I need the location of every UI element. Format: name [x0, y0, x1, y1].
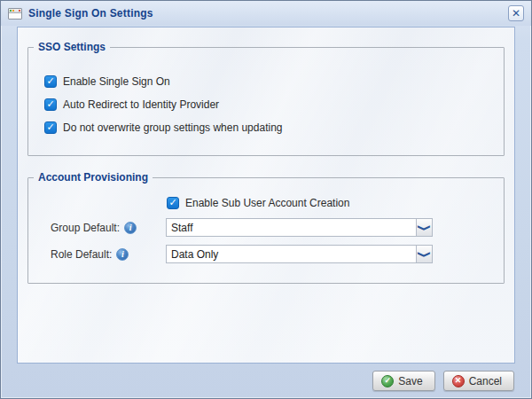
- chevron-down-icon: ❯: [418, 223, 430, 231]
- role-default-label: Role Default:: [51, 248, 112, 261]
- chevron-down-icon: ❯: [418, 250, 430, 257]
- close-button[interactable]: ✕: [508, 5, 524, 21]
- select-value: Data Only: [167, 248, 416, 261]
- select-trigger[interactable]: ❯: [416, 246, 432, 262]
- checkbox-label: Enable Sub User Account Creation: [185, 197, 349, 209]
- cancel-x-icon: ✕: [452, 375, 465, 387]
- dialog-body: SSO Settings ✓ Enable Single Sign On ✓ A…: [17, 27, 515, 364]
- role-default-row: Role Default: i Data Only ❯: [28, 245, 504, 263]
- checkbox-row-sub-user-creation[interactable]: ✓ Enable Sub User Account Creation: [167, 196, 504, 209]
- save-button[interactable]: ✓ Save: [372, 371, 434, 391]
- checkbox-checked-icon[interactable]: ✓: [44, 121, 57, 134]
- sso-settings-dialog: Single Sign On Settings ✕ SSO Settings ✓…: [0, 0, 532, 399]
- cancel-button[interactable]: ✕ Cancel: [443, 371, 514, 391]
- save-button-label: Save: [398, 375, 422, 387]
- info-icon[interactable]: i: [124, 222, 137, 234]
- sso-settings-fieldset: SSO Settings ✓ Enable Single Sign On ✓ A…: [27, 41, 505, 156]
- footer-buttons: ✓ Save ✕ Cancel: [372, 371, 514, 391]
- titlebar: Single Sign On Settings ✕: [1, 1, 531, 26]
- dialog-title: Single Sign On Settings: [28, 7, 153, 20]
- checkbox-checked-icon[interactable]: ✓: [167, 197, 179, 209]
- checkbox-row-auto-redirect[interactable]: ✓ Auto Redirect to Identity Provider: [44, 98, 504, 111]
- checkbox-label: Auto Redirect to Identity Provider: [63, 98, 219, 111]
- group-default-select[interactable]: Staff ❯: [166, 218, 433, 237]
- sso-settings-legend: SSO Settings: [34, 41, 110, 53]
- save-check-icon: ✓: [381, 375, 394, 387]
- checkbox-row-enable-sso[interactable]: ✓ Enable Single Sign On: [44, 74, 504, 88]
- select-value: Staff: [167, 222, 416, 234]
- checkbox-label: Enable Single Sign On: [63, 75, 170, 88]
- checkbox-checked-icon[interactable]: ✓: [44, 98, 57, 111]
- role-default-select[interactable]: Data Only ❯: [166, 245, 433, 263]
- checkbox-row-no-overwrite-groups[interactable]: ✓ Do not overwrite group settings when u…: [44, 121, 504, 134]
- checkbox-label: Do not overwrite group settings when upd…: [63, 121, 282, 134]
- info-icon[interactable]: i: [116, 248, 129, 261]
- group-default-row: Group Default: i Staff ❯: [28, 218, 504, 237]
- group-default-label: Group Default:: [51, 222, 120, 234]
- account-provisioning-legend: Account Provisioning: [34, 171, 153, 184]
- window-icon: [8, 8, 22, 20]
- close-icon: ✕: [512, 8, 520, 19]
- checkbox-checked-icon[interactable]: ✓: [44, 75, 57, 88]
- account-provisioning-fieldset: Account Provisioning ✓ Enable Sub User A…: [27, 171, 505, 284]
- select-trigger[interactable]: ❯: [416, 219, 432, 236]
- cancel-button-label: Cancel: [469, 375, 502, 387]
